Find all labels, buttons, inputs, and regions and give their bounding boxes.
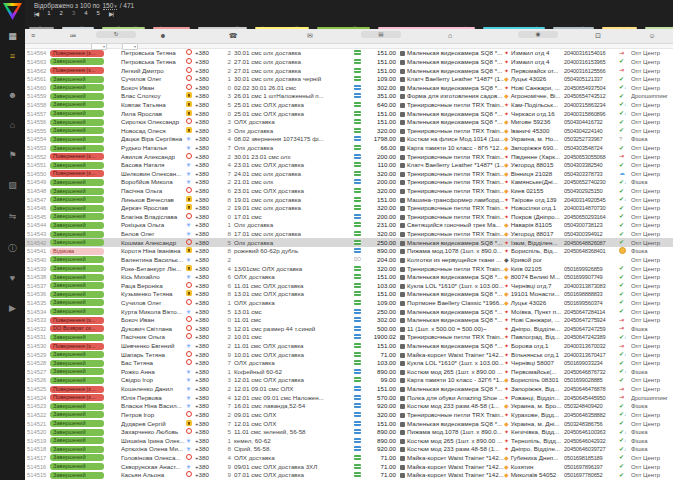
- table-row[interactable]: 514546ЗавершенийДеркач Ярослав+380219.01…: [25, 204, 673, 213]
- status-column-icon[interactable]: ≡: [25, 31, 41, 41]
- first-page-button[interactable]: |◀: [34, 10, 38, 17]
- tab-Запакований[interactable]: Запакований1: [194, 17, 251, 29]
- table-row[interactable]: 514560ЗавершенийБокоч Иван+380002.02 30.…: [25, 83, 673, 92]
- table-row[interactable]: 514557ЗавершенийЛила Ярослав+380025.01 с…: [25, 109, 673, 118]
- last-page-button[interactable]: ▶|: [109, 10, 113, 17]
- table-row[interactable]: 514559ЗавершенийВлас Слоткоу+380326.01 с…: [25, 92, 673, 101]
- tab-Завершений[interactable]: Завершений278: [313, 17, 374, 29]
- table-row[interactable]: 514553ЗавершенийРудько Наталья✳+3807Олх …: [25, 144, 673, 153]
- ttn-scan-column-icon[interactable]: ⊡: [590, 31, 606, 41]
- table-row[interactable]: 514540ЗавершенийВалентина Васильє...✳+38…: [25, 256, 673, 265]
- table-row[interactable]: 514558ЗавершенийКовпак Татьяна+380525.01…: [25, 101, 673, 110]
- table-row[interactable]: 514523ЗавершенийВласюк Ніна Васил...✳+38…: [25, 402, 673, 411]
- tab-Новий[interactable]: Новий48: [58, 17, 98, 29]
- comment-text: 25.01 смс ОЛХ доставка: [234, 101, 354, 109]
- table-row[interactable]: 514561ЗавершенийСучилов Олег+380130.01 с…: [25, 75, 673, 84]
- product-cell: Маленькая видеокамера SQ8 *...: [400, 110, 504, 118]
- stats-chart-icon[interactable]: ▨: [0, 180, 25, 190]
- channel-label: Опт Центр: [631, 161, 672, 169]
- tab-Самовивіз[interactable]: Самовивіз2: [549, 17, 598, 29]
- orders-list-icon[interactable]: ≡: [0, 51, 25, 61]
- table-row[interactable]: 514530Повернення (з...Шевченко Евгений✳+…: [25, 342, 673, 351]
- table-row[interactable]: 514525Повернення (з...Кошеленко Данил✳+3…: [25, 385, 673, 394]
- table-row[interactable]: 514544ЗавершенийРокіцька Ольга✳+3801Олх …: [25, 221, 673, 230]
- table-row[interactable]: 514516ЗавершенийСкворунская Анаст...✳+38…: [25, 462, 673, 471]
- table-row[interactable]: 514551ЗавершенийБасова Наталя✳+380423.01…: [25, 161, 673, 170]
- tab-Прийнятий[interactable]: Прийнятий7: [98, 17, 149, 29]
- comment-column-icon[interactable]: ✉: [302, 31, 318, 41]
- table-row[interactable]: 514521ЗавершенийДударев Сергій+380712.01…: [25, 419, 673, 428]
- table-row[interactable]: 514545ЗавершенийБлагіна Владіслава+38001…: [25, 213, 673, 222]
- table-row[interactable]: 514556ЗавершенийСиротюк Олександр+3803ОЛ…: [25, 118, 673, 127]
- table-row[interactable]: 514528ЗавершенийБас Тетяна+3807ОЛХ доста…: [25, 359, 673, 368]
- info-icon[interactable]: ⓘ: [0, 243, 25, 253]
- table-row[interactable]: 514554ЗавершенийДацюк Віра Сергіївна✳+38…: [25, 135, 673, 144]
- status-cell: Завершений: [49, 291, 105, 298]
- table-row[interactable]: 514534ЗавершенийКурта Микола Вікто...✳+3…: [25, 307, 673, 316]
- table-row[interactable]: 514549ЗавершенийВоробйов Микола✳+380221.…: [25, 178, 673, 187]
- payment-column-icon[interactable]: ▤: [361, 31, 401, 38]
- delivery-column-icon[interactable]: ◉: [518, 31, 558, 38]
- page-2[interactable]: 2: [60, 10, 63, 17]
- table-row[interactable]: 514541ВідмоваКоротя Ніна Іванівна+3808ро…: [25, 247, 673, 256]
- phone-column-icon[interactable]: ☎: [225, 31, 241, 41]
- tab-В дорозі додому[interactable]: В дорозі додому0: [641, 17, 673, 29]
- table-row[interactable]: 514547ЗавершенийЛиньков Вячеслав+380819.…: [25, 195, 673, 204]
- table-row[interactable]: 514550Повернення (з...Шелковин Олексан..…: [25, 170, 673, 179]
- delivery-city: Ізюм, Відділен...: [511, 239, 558, 246]
- table-row[interactable]: 514535ЗавершенийСучилов Олег+3801ОЛХ дос…: [25, 299, 673, 308]
- tab-Відмова[interactable]: Відмова42: [149, 17, 194, 29]
- order-id: 514546: [25, 204, 49, 212]
- tab-Сервісні[interactable]: Сервісні0: [598, 17, 641, 29]
- table-row[interactable]: 514531ЗавершенийПасічник Ольга+380210.01…: [25, 333, 673, 342]
- product-column-icon[interactable]: ⌂: [442, 31, 458, 41]
- clients-column-icon[interactable]: ☻: [155, 31, 171, 41]
- manager-column-icon[interactable]: ☺: [644, 31, 660, 41]
- table-row[interactable]: 514542ЗавершенийКошмак Александр+3805Олх…: [25, 238, 673, 247]
- tab-Всі[interactable]: Всі471: [25, 17, 58, 29]
- campaigns-flag-icon[interactable]: ⚑: [0, 150, 25, 160]
- product-name: Тренировочные петли TRX Train...: [407, 127, 504, 134]
- page-4[interactable]: 4: [84, 10, 87, 17]
- page-size-dropdown[interactable]: 150▾: [103, 2, 117, 10]
- table-row[interactable]: 514562Повернення (з...Легкий Дмитро+3802…: [25, 66, 673, 75]
- support-heart-icon[interactable]: ♥: [0, 273, 25, 283]
- table-row[interactable]: 514524Повернення (з...Юлія Первова✳+3804…: [25, 393, 673, 402]
- shop-icon[interactable]: ⌂: [0, 120, 25, 130]
- table-row[interactable]: 514552Повернення (з...Авилов Александр+3…: [25, 152, 673, 161]
- app-logo[interactable]: [3, 3, 22, 20]
- table-row[interactable]: 514536ЗавершенийКузьменко Тетяна+380813.…: [25, 290, 673, 299]
- table-row[interactable]: 514519ЗавершенийШишкіна Ірина Олек...✳+3…: [25, 436, 673, 445]
- refresh-column-icon[interactable]: ↻: [96, 31, 136, 38]
- table-row[interactable]: 514555ЗавершенийНовосад Олеся+3803Олх до…: [25, 126, 673, 135]
- table-row[interactable]: 514518ЗавершенийАртюхіна Олена Ми...✳+38…: [25, 445, 673, 454]
- table-row[interactable]: 514520ЗавершенийЗахарченко Любовь+380511…: [25, 428, 673, 437]
- video-tutorials-icon[interactable]: ▶: [0, 303, 25, 313]
- table-row[interactable]: 514564Повернення (з...Петровська Тетяна+…: [25, 49, 673, 58]
- table-row[interactable]: 514526ЗавершенийСвідро Ігор✳+380312.01 с…: [25, 376, 673, 385]
- tab-Нема в наявності[interactable]: Нема в наявності1: [479, 17, 549, 29]
- tab-Повернення товару (в дорозі)[interactable]: Повернення товару (в дорозі)0: [374, 17, 479, 29]
- channel-label: Опт Центр: [631, 454, 672, 462]
- table-row[interactable]: 514515ЗавершенийКасьян Альона+380907.01 …: [25, 471, 673, 480]
- settings-sliders-icon[interactable]: ⇋: [0, 211, 25, 221]
- dashboard-grid-icon[interactable]: ▦: [0, 31, 25, 41]
- table-row[interactable]: 514538ЗавершенийКісь Михайло✳+3806ОЛХ до…: [25, 273, 673, 282]
- table-row[interactable]: 514522ЗавершенийПетров Ігор+380209.01 см…: [25, 411, 673, 420]
- table-row[interactable]: 514539ЗавершенийРоке-Бетанкурт Лін...+38…: [25, 264, 673, 273]
- table-row[interactable]: 514548ЗавершенийПасічна Ольга+380623.01 …: [25, 187, 673, 196]
- source-column-icon[interactable]: ≔: [65, 31, 81, 41]
- page-5[interactable]: 5: [97, 10, 100, 17]
- tab-Відправлений[interactable]: Відправлений12: [251, 17, 313, 29]
- table-row[interactable]: 514517ЗавершенийГоловінова Олекса...+380…: [25, 454, 673, 463]
- table-row[interactable]: 514533Повернення (з...Бокоч Иван+380011.…: [25, 316, 673, 325]
- page-3[interactable]: 3: [72, 10, 75, 17]
- table-row[interactable]: 514537ЗавершенийРаца Вероніка+380611.01 …: [25, 281, 673, 290]
- page-1[interactable]: 1: [47, 10, 50, 17]
- table-row[interactable]: 514532DO Возврат ск...Дукович Світлана+3…: [25, 325, 673, 334]
- table-row[interactable]: 514527ЗавершенийРожко Анна✳+3801Кофейный…: [25, 368, 673, 377]
- clients-icon[interactable]: ☻: [0, 90, 25, 100]
- table-row[interactable]: 514543ЗавершенийБелов Олег✳+380817.01 см…: [25, 230, 673, 239]
- table-row[interactable]: 514529ЗавершенийШапарь Тетяна+380910.01 …: [25, 350, 673, 359]
- table-row[interactable]: 514563ЗавершенийПетровська Тетяна+380227…: [25, 58, 673, 67]
